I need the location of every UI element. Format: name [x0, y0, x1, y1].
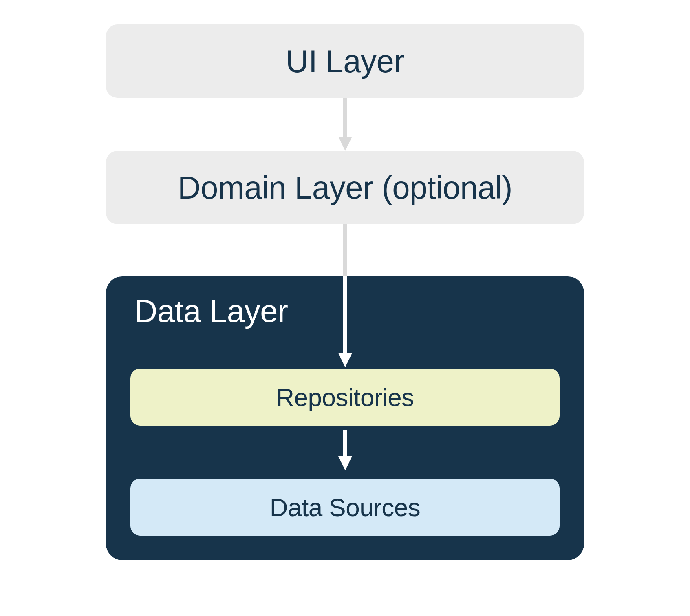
arrow-down-icon [335, 98, 355, 151]
arrow-domain-to-data-top [106, 224, 584, 277]
arrow-repo-to-sources [130, 430, 560, 470]
svg-marker-1 [338, 137, 352, 151]
data-sources-label: Data Sources [270, 493, 421, 522]
arrow-down-white-icon [335, 430, 355, 470]
arrow-ui-to-domain [106, 98, 584, 151]
data-layer-container: Data Layer Repositories Data Sources [106, 276, 584, 560]
domain-layer-label: Domain Layer (optional) [178, 169, 512, 206]
repositories-box: Repositories [130, 369, 560, 426]
data-sources-box: Data Sources [130, 479, 560, 536]
svg-marker-6 [338, 456, 352, 470]
arrow-into-data-icon [335, 276, 355, 367]
ui-layer-label: UI Layer [286, 43, 404, 80]
ui-layer-box: UI Layer [106, 24, 584, 98]
arrow-line-icon [335, 224, 355, 277]
domain-layer-box: Domain Layer (optional) [106, 151, 584, 224]
svg-marker-4 [338, 353, 352, 367]
repositories-label: Repositories [276, 383, 414, 412]
